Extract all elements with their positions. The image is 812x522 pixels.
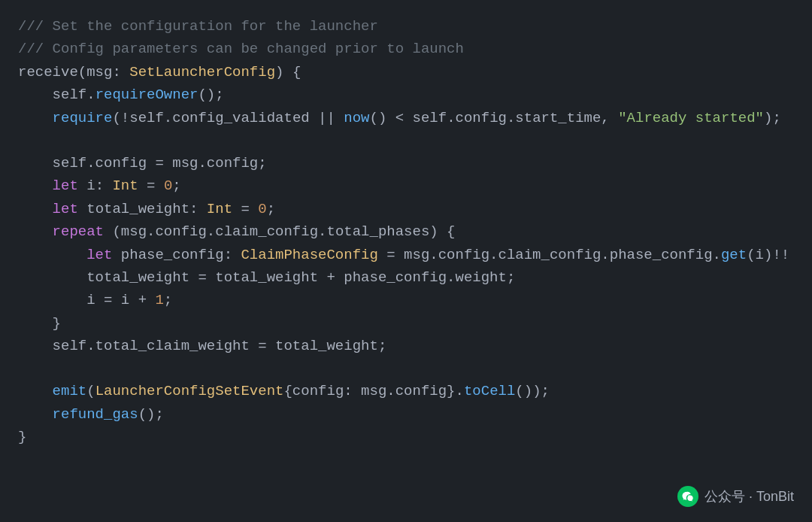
code-line-3: receive(msg: SetLauncherConfig) { xyxy=(18,61,794,83)
watermark: 公众号 · TonBit xyxy=(677,486,794,507)
code-line-7: self.config = msg.config; xyxy=(18,152,794,175)
code-line-19: } xyxy=(18,426,794,448)
code-line-13: i = i + 1; xyxy=(18,289,794,311)
watermark-text: 公众号 · TonBit xyxy=(704,487,794,505)
code-line-10: repeat (msg.config.claim_config.total_ph… xyxy=(18,220,794,243)
code-line-1: /// Set the configuration for the launch… xyxy=(18,15,794,38)
code-container: /// Set the configuration for the launch… xyxy=(0,0,812,522)
code-line-11: let phase_config: ClaimPhaseConfig = msg… xyxy=(18,244,794,266)
code-line-6 xyxy=(18,129,794,152)
code-line-16 xyxy=(18,357,794,380)
code-line-2: /// Config parameters can be changed pri… xyxy=(18,38,794,60)
code-line-14: } xyxy=(18,312,794,335)
code-line-5: require(!self.config_validated || now() … xyxy=(18,107,794,129)
code-line-9: let total_weight: Int = 0; xyxy=(18,198,794,220)
code-line-18: refund_gas(); xyxy=(18,403,794,426)
code-line-12: total_weight = total_weight + phase_conf… xyxy=(18,266,794,289)
code-line-8: let i: Int = 0; xyxy=(18,175,794,197)
wechat-icon xyxy=(677,486,698,507)
code-line-15: self.total_claim_weight = total_weight; xyxy=(18,335,794,357)
code-line-17: emit(LauncherConfigSetEvent{config: msg.… xyxy=(18,380,794,402)
code-line-4: self.requireOwner(); xyxy=(18,83,794,106)
